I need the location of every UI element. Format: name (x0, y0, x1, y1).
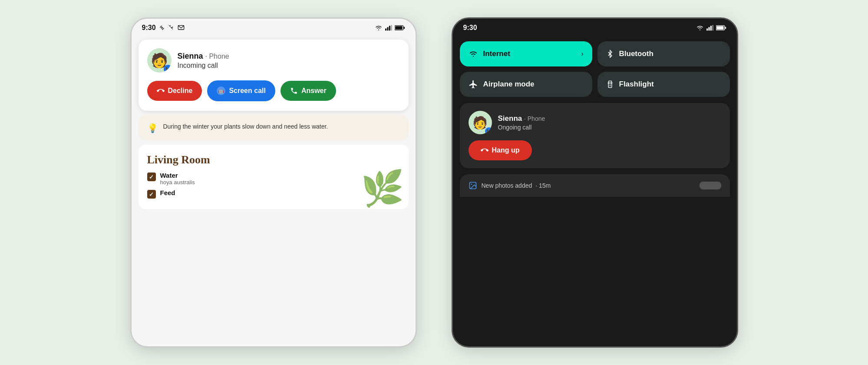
svg-point-19 (471, 184, 472, 185)
bottom-notif-text: New photos added · 15m (482, 182, 551, 189)
status-left: 9:30 (142, 24, 185, 32)
notif-caller-name: Sienna · Phone (498, 114, 545, 123)
wifi-calling-icon (168, 24, 175, 31)
status-left-dark: 9:30 (463, 24, 477, 32)
time-dark: 9:30 (463, 24, 477, 32)
qs-tile-bluetooth[interactable]: Bluetooth (597, 41, 730, 66)
plant-item-water-text: Water hoya australis (160, 172, 195, 186)
qs-tile-internet[interactable]: Internet › (460, 41, 592, 66)
flashlight-icon (606, 80, 614, 89)
hangup-icon (481, 146, 488, 154)
svg-rect-8 (403, 27, 405, 29)
tip-card: 💡 During the winter your plants slow dow… (139, 115, 409, 140)
call-card: 🧑 📞 Sienna · Phone Incoming call Decline (139, 40, 409, 111)
scene: 9:30 🧑 📞 (0, 0, 868, 365)
svg-rect-5 (391, 25, 392, 31)
bottom-notif-left: New photos added · 15m (469, 181, 551, 190)
notif-call-status: Ongoing call (498, 124, 545, 131)
battery-icon-dark (716, 25, 726, 30)
photos-icon (469, 181, 477, 190)
plant-water-name: Water (160, 172, 195, 179)
signal-icon-dark (706, 25, 713, 31)
decline-label: Decline (168, 87, 193, 95)
bottom-notification: New photos added · 15m (460, 174, 730, 197)
call-status: Incoming call (178, 62, 229, 70)
avatar-phone-badge: 📞 (164, 65, 172, 73)
svg-rect-10 (708, 27, 710, 30)
svg-rect-15 (725, 27, 726, 29)
notif-avatar: 🧑 📞 (469, 111, 492, 134)
svg-rect-14 (716, 26, 723, 30)
status-right-light (375, 25, 405, 31)
phone-dark: 9:30 Internet › (452, 17, 738, 348)
decline-icon (157, 87, 165, 95)
svg-rect-4 (389, 26, 390, 30)
bottom-notif-badge (700, 182, 721, 189)
screen-call-label: Screen call (229, 87, 266, 95)
plant-water-detail: hoya australis (160, 179, 195, 186)
wifi-icon-dark (696, 25, 704, 31)
hangup-label: Hang up (492, 146, 520, 154)
notif-badge: 📞 (485, 127, 492, 134)
wifi-qs-icon (469, 50, 478, 58)
svg-rect-7 (395, 26, 402, 30)
call-actions: Decline 🤖 Screen call Answer (147, 80, 400, 101)
answer-label: Answer (301, 87, 327, 95)
nfc-icon (158, 24, 165, 31)
qs-tile-flashlight[interactable]: Flashlight (597, 72, 730, 97)
svg-rect-3 (387, 27, 388, 30)
living-room-title: Living Room (147, 153, 400, 166)
answer-icon (290, 87, 298, 95)
call-info: Sienna · Phone Incoming call (178, 52, 229, 70)
call-header: 🧑 📞 Sienna · Phone Incoming call (147, 48, 400, 73)
phone-light: 9:30 🧑 📞 (130, 17, 417, 348)
bluetooth-label: Bluetooth (619, 50, 653, 58)
quick-settings: Internet › Bluetooth Airplane mode Flash… (453, 35, 737, 197)
flashlight-label: Flashlight (619, 80, 654, 89)
messages-icon (178, 24, 185, 31)
tip-icon: 💡 (147, 123, 158, 133)
signal-icon-light (385, 25, 392, 31)
notif-header: 🧑 📞 Sienna · Phone Ongoing call (469, 111, 721, 134)
answer-button[interactable]: Answer (281, 81, 336, 101)
internet-chevron: › (581, 50, 583, 58)
caller-name: Sienna · Phone (178, 52, 229, 61)
caller-avatar: 🧑 📞 (147, 48, 172, 73)
time-light: 9:30 (142, 24, 156, 32)
svg-rect-12 (712, 25, 713, 31)
decline-button[interactable]: Decline (147, 81, 202, 101)
svg-point-0 (161, 27, 162, 29)
qs-grid: Internet › Bluetooth Airplane mode Flash… (460, 41, 730, 97)
tip-text: During the winter your plants slow down … (163, 122, 328, 131)
status-bar-light: 9:30 (132, 19, 416, 35)
airplane-label: Airplane mode (483, 80, 535, 89)
battery-icon-light (395, 25, 405, 30)
call-notification-dark: 🧑 📞 Sienna · Phone Ongoing call (460, 103, 730, 168)
internet-label: Internet (483, 50, 510, 58)
airplane-icon (469, 80, 478, 89)
plant-decoration: 🌿 (361, 168, 404, 209)
bluetooth-icon (606, 49, 614, 59)
svg-rect-9 (706, 29, 708, 31)
wifi-icon-light (375, 25, 383, 31)
checkbox-feed[interactable] (147, 190, 156, 199)
qs-tile-airplane[interactable]: Airplane mode (460, 72, 592, 97)
status-right-dark (696, 25, 726, 31)
screen-call-button[interactable]: 🤖 Screen call (207, 80, 275, 101)
checkbox-water[interactable] (147, 173, 156, 181)
hangup-button[interactable]: Hang up (469, 140, 532, 160)
notif-avatar-emoji: 🧑 (472, 116, 488, 130)
plant-feed-name: Feed (160, 189, 175, 196)
plant-item-feed-text: Feed (160, 189, 175, 196)
screen-call-icon: 🤖 (217, 86, 225, 95)
living-room-card: Living Room Water hoya australis Feed 🌿 (139, 145, 409, 209)
status-bar-dark: 9:30 (453, 19, 737, 35)
svg-rect-2 (385, 29, 386, 31)
notif-info: Sienna · Phone Ongoing call (498, 114, 545, 131)
svg-rect-11 (710, 26, 711, 30)
